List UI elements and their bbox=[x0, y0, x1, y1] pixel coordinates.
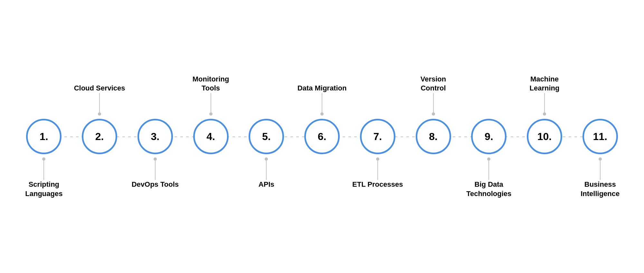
circle-4: 4. bbox=[193, 119, 229, 154]
connector-bottom-9 bbox=[488, 161, 489, 180]
circle-item-11: 11. bbox=[572, 119, 628, 154]
circle-8: 8. bbox=[416, 119, 451, 154]
connector-bottom-3 bbox=[155, 161, 156, 180]
circles-row: 1. 2. 3. 4. 5. 6. bbox=[16, 116, 628, 157]
circle-item-8: 8. bbox=[405, 119, 461, 154]
circle-label-1: 1. bbox=[40, 131, 48, 143]
circle-item-6: 6. bbox=[294, 119, 350, 154]
bottom-labels-row: ScriptingLanguages DevOps Tools APIs ETL… bbox=[16, 157, 628, 215]
circle-2: 2. bbox=[82, 119, 117, 154]
connector-bottom-11 bbox=[600, 161, 601, 180]
circle-item-3: 3. bbox=[127, 119, 183, 154]
circle-item-2: 2. bbox=[72, 119, 128, 154]
circle-1: 1. bbox=[26, 119, 62, 154]
label-data-migration: Data Migration bbox=[298, 84, 347, 93]
circle-11: 11. bbox=[582, 119, 618, 154]
bottom-label-7: ETL Processes bbox=[350, 157, 405, 189]
bottom-label-9: Big DataTechnologies bbox=[461, 157, 517, 198]
bottom-label-5: APIs bbox=[239, 157, 294, 189]
circle-label-8: 8. bbox=[429, 131, 438, 143]
circle-label-10: 10. bbox=[537, 131, 552, 143]
circle-item-1: 1. bbox=[16, 119, 72, 154]
bottom-label-11: BusinessIntelligence bbox=[572, 157, 628, 198]
circle-item-5: 5. bbox=[239, 119, 294, 154]
dot-bottom-9 bbox=[487, 157, 490, 161]
dot-bottom-7 bbox=[376, 157, 379, 161]
label-monitoring-tools: MonitoringTools bbox=[193, 75, 229, 93]
dot-top-4 bbox=[209, 112, 213, 116]
top-labels-row: Cloud Services MonitoringTools Data Migr… bbox=[16, 58, 628, 116]
circle-5: 5. bbox=[249, 119, 284, 154]
connector-bottom-7 bbox=[377, 161, 378, 180]
dot-bottom-3 bbox=[154, 157, 157, 161]
label-cloud-services: Cloud Services bbox=[74, 84, 125, 93]
dot-top-2 bbox=[98, 112, 101, 116]
circle-label-11: 11. bbox=[593, 131, 607, 143]
connector-top-2 bbox=[99, 93, 100, 112]
top-label-2: Cloud Services bbox=[72, 84, 128, 116]
label-scripting-languages: ScriptingLanguages bbox=[25, 180, 62, 198]
circle-label-4: 4. bbox=[206, 131, 215, 143]
circle-label-2: 2. bbox=[95, 131, 104, 143]
label-version-control: VersionControl bbox=[421, 75, 446, 93]
top-label-8: VersionControl bbox=[405, 75, 461, 116]
circle-label-9: 9. bbox=[485, 131, 493, 143]
circle-9: 9. bbox=[471, 119, 507, 154]
label-machine-learning: MachineLearning bbox=[530, 75, 560, 93]
dot-top-10 bbox=[543, 112, 546, 116]
connector-bottom-1 bbox=[43, 161, 44, 180]
connector-bottom-5 bbox=[266, 161, 267, 180]
circle-item-4: 4. bbox=[183, 119, 239, 154]
circle-6: 6. bbox=[304, 119, 340, 154]
circle-item-9: 9. bbox=[461, 119, 517, 154]
circle-label-7: 7. bbox=[373, 131, 382, 143]
label-big-data: Big DataTechnologies bbox=[466, 180, 511, 198]
circle-10: 10. bbox=[527, 119, 562, 154]
circle-3: 3. bbox=[137, 119, 173, 154]
circle-label-6: 6. bbox=[318, 131, 327, 143]
label-apis: APIs bbox=[259, 180, 274, 189]
dot-bottom-5 bbox=[265, 157, 268, 161]
dot-bottom-1 bbox=[42, 157, 45, 161]
circle-item-7: 7. bbox=[350, 119, 405, 154]
dot-top-8 bbox=[432, 112, 435, 116]
circle-7: 7. bbox=[360, 119, 395, 154]
dot-top-6 bbox=[320, 112, 324, 116]
top-label-6: Data Migration bbox=[294, 84, 350, 116]
diagram-container: Cloud Services MonitoringTools Data Migr… bbox=[16, 14, 628, 259]
top-label-4: MonitoringTools bbox=[183, 75, 239, 116]
connector-top-4 bbox=[211, 93, 211, 112]
circle-label-3: 3. bbox=[151, 131, 159, 143]
connector-top-10 bbox=[544, 93, 545, 112]
label-devops-tools: DevOps Tools bbox=[132, 180, 179, 189]
bottom-label-3: DevOps Tools bbox=[127, 157, 183, 189]
circle-label-5: 5. bbox=[262, 131, 271, 143]
top-label-10: MachineLearning bbox=[517, 75, 573, 116]
circle-item-10: 10. bbox=[517, 119, 573, 154]
bottom-label-1: ScriptingLanguages bbox=[16, 157, 72, 198]
connector-top-8 bbox=[433, 93, 434, 112]
label-etl-processes: ETL Processes bbox=[352, 180, 403, 189]
label-business-intelligence: BusinessIntelligence bbox=[581, 180, 620, 198]
connector-top-6 bbox=[322, 93, 322, 112]
dot-bottom-11 bbox=[599, 157, 602, 161]
